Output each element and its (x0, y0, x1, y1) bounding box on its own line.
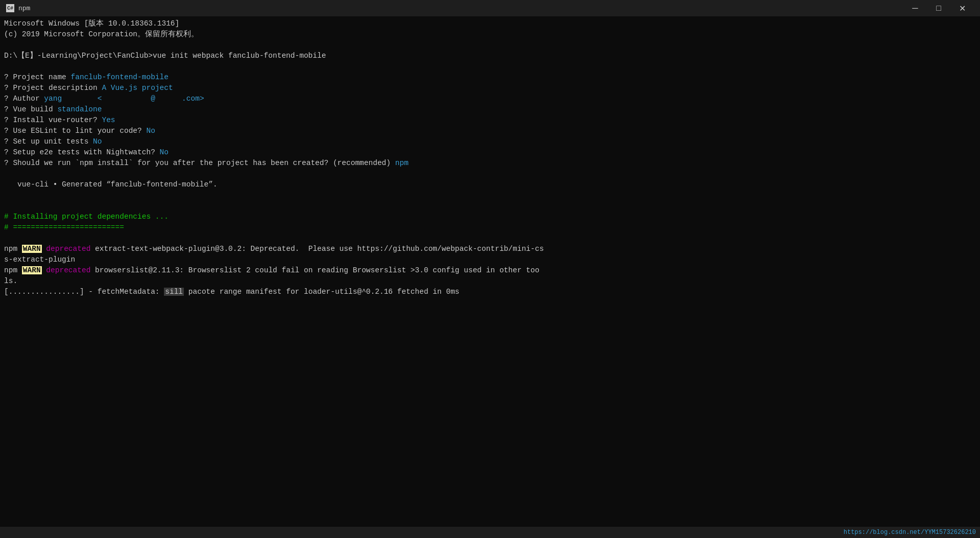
line-3 (4, 40, 976, 51)
line-26: [................] - fetchMetadata: sill… (4, 287, 976, 297)
line-11: ? Use ESLint to lint your code? No (4, 126, 976, 136)
line-10: ? Install vue-router? Yes (4, 115, 976, 126)
line-5 (4, 61, 976, 72)
line-16: vue-cli • Generated “fanclub-fontend-mob… (4, 179, 976, 190)
terminal-window: C# npm ─ □ ✕ Microsoft Windows [版本 10.0.… (0, 0, 980, 538)
line-19: # Installing project dependencies ... (4, 212, 976, 222)
line-22: npm WARN deprecated extract-text-webpack… (4, 244, 976, 254)
status-bar-url: https://blog.csdn.net/YYM15732626210 (844, 529, 976, 536)
line-17 (4, 190, 976, 201)
line-8: ? Author yang < @ .com> (4, 93, 976, 104)
line-12: ? Set up unit tests No (4, 136, 976, 147)
line-9: ? Vue build standalone (4, 104, 976, 115)
terminal-body: Microsoft Windows [版本 10.0.18363.1316] (… (0, 16, 980, 527)
line-1: Microsoft Windows [版本 10.0.18363.1316] (4, 18, 976, 29)
maximize-button[interactable]: □ (927, 0, 950, 16)
title-bar-left: C# npm (6, 4, 30, 12)
title-bar: C# npm ─ □ ✕ (0, 0, 980, 16)
line-23: s-extract-plugin (4, 254, 976, 265)
line-20: # ========================= (4, 222, 976, 233)
line-7: ? Project description A Vue.js project (4, 83, 976, 93)
title-bar-controls: ─ □ ✕ (903, 0, 974, 16)
status-bar: https://blog.csdn.net/YYM15732626210 (0, 527, 980, 538)
line-6: ? Project name fanclub-fontend-mobile (4, 72, 976, 83)
window-icon: C# (6, 4, 14, 12)
line-21 (4, 233, 976, 244)
line-14: ? Should we run `npm install` for you af… (4, 158, 976, 169)
line-18 (4, 201, 976, 212)
line-25: ls. (4, 276, 976, 287)
line-24: npm WARN deprecated browserslist@2.11.3:… (4, 265, 976, 276)
minimize-button[interactable]: ─ (903, 0, 927, 16)
line-13: ? Setup e2e tests with Nightwatch? No (4, 147, 976, 158)
close-button[interactable]: ✕ (950, 0, 974, 16)
line-15 (4, 169, 976, 179)
line-4: D:\【E】-Learning\Project\FanClub>vue init… (4, 51, 976, 61)
terminal-output: Microsoft Windows [版本 10.0.18363.1316] (… (4, 18, 976, 297)
window-title: npm (18, 5, 30, 12)
line-2: (c) 2019 Microsoft Corporation。保留所有权利。 (4, 29, 976, 40)
